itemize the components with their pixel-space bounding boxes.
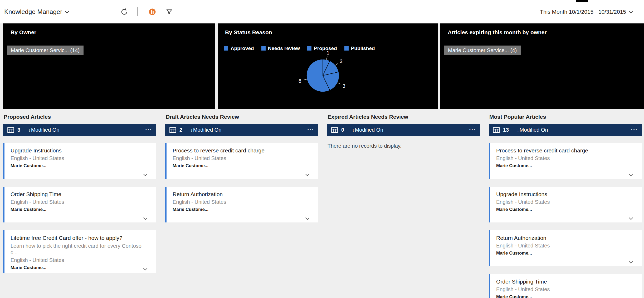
- legend-swatch: [224, 46, 228, 51]
- stream-title: Expired Articles Needs Review: [328, 114, 480, 120]
- chevron-down-icon[interactable]: [305, 172, 310, 176]
- screen-edge-artifact: [576, 0, 588, 2]
- chart-view-button[interactable]: [147, 7, 158, 17]
- record-count: 3: [17, 127, 20, 133]
- stream-title: Draft Articles Needs Review: [166, 114, 318, 120]
- article-card[interactable]: Process to reverse credit card charge En…: [489, 143, 642, 179]
- stream-draft-articles: Draft Articles Needs Review 2 ↓ Modified…: [165, 109, 318, 298]
- chevron-down-icon[interactable]: [143, 216, 148, 220]
- stream-header-bar[interactable]: 2 ↓ Modified On ...: [165, 124, 318, 136]
- stream-header-bar[interactable]: 13 ↓ Modified On ...: [489, 124, 642, 136]
- chevron-down-icon: [629, 9, 633, 13]
- status-reason-pie-chart[interactable]: 1238: [286, 48, 360, 105]
- chevron-down-icon[interactable]: [629, 260, 633, 264]
- stream-title: Most Popular Articles: [489, 114, 642, 120]
- article-title: Process to reverse credit card charge: [496, 147, 636, 154]
- bar-chart-icon: [148, 8, 156, 16]
- svg-text:2: 2: [340, 58, 343, 64]
- article-title: Return Authorization: [496, 235, 636, 241]
- legend-label: Approved: [231, 46, 254, 51]
- date-range-label: This Month 10/1/2015 - 10/31/2015: [540, 9, 626, 15]
- article-owner: Marie Custome...: [11, 163, 150, 168]
- legend-swatch: [261, 46, 266, 51]
- stream-expired-articles: Expired Articles Needs Review 0 ↓ Modifi…: [327, 109, 480, 298]
- sort-control[interactable]: ↓ Modified On: [28, 127, 59, 133]
- chevron-down-icon: [65, 9, 69, 13]
- record-count: 2: [179, 127, 182, 133]
- sort-control[interactable]: ↓ Modified On: [352, 127, 383, 133]
- article-language: English - United States: [11, 199, 150, 205]
- article-title: Order Shipping Time: [11, 191, 150, 198]
- sort-label: Modified On: [193, 127, 222, 133]
- article-owner: Marie Custome...: [11, 265, 150, 270]
- article-owner: Marie Custome...: [11, 207, 150, 212]
- article-title: Order Shipping Time: [496, 278, 636, 285]
- owner-tag-cloud-item[interactable]: Marie Customer Service... (4): [444, 46, 521, 55]
- svg-text:1: 1: [327, 50, 330, 56]
- sort-label: Modified On: [520, 127, 548, 133]
- panel-title: By Owner: [11, 29, 36, 36]
- article-language: English - United States: [11, 257, 150, 263]
- article-language: English - United States: [496, 199, 636, 205]
- charts-row: By Owner Marie Customer Servic... (14) B…: [0, 23, 644, 109]
- more-options-button[interactable]: ...: [145, 127, 152, 130]
- record-count: 0: [341, 127, 344, 133]
- chevron-down-icon[interactable]: [629, 172, 633, 176]
- svg-text:3: 3: [343, 83, 345, 89]
- article-card[interactable]: Return Authorization English - United St…: [165, 187, 318, 222]
- more-options-button[interactable]: ...: [469, 127, 476, 130]
- record-count: 13: [503, 127, 509, 133]
- article-card[interactable]: Lifetime free Credit Card offer - how to…: [3, 230, 156, 273]
- pie-chart-svg: 1238: [286, 48, 360, 105]
- sort-descending-icon: ↓: [517, 127, 519, 133]
- page-title: Knowledge Manager: [4, 8, 62, 16]
- stream-proposed-articles: Proposed Articles 3 ↓ Modified On ... Up…: [3, 109, 156, 298]
- article-card[interactable]: Order Shipping Time English - United Sta…: [489, 274, 642, 298]
- article-card[interactable]: Upgrade Instructions English - United St…: [3, 143, 156, 179]
- top-command-bar: Knowledge Manager This Mo: [0, 0, 644, 23]
- panel-title: Articles expiring this month by owner: [448, 29, 547, 36]
- sort-descending-icon: ↓: [28, 127, 31, 133]
- article-card[interactable]: Upgrade Instructions English - United St…: [489, 187, 642, 222]
- dashboard-screen: Knowledge Manager This Mo: [0, 0, 644, 298]
- article-owner: Marie Custome...: [496, 251, 636, 256]
- stream-header-bar[interactable]: 3 ↓ Modified On ...: [3, 124, 156, 136]
- panel-by-status-reason: By Status Reason Approved Needs review P…: [218, 23, 438, 109]
- sort-label: Modified On: [355, 127, 383, 133]
- article-owner: Marie Custome...: [496, 294, 636, 298]
- dashboard-selector[interactable]: Knowledge Manager: [4, 8, 69, 16]
- owner-tag-cloud-item[interactable]: Marie Customer Servic... (14): [7, 46, 84, 55]
- sort-control[interactable]: ↓ Modified On: [517, 127, 548, 133]
- article-title: Upgrade Instructions: [11, 147, 150, 154]
- chevron-down-icon[interactable]: [143, 172, 148, 176]
- more-options-button[interactable]: ...: [631, 127, 638, 130]
- article-title: Lifetime free Credit Card offer - how to…: [11, 235, 150, 241]
- filter-funnel-icon: [165, 8, 173, 16]
- filter-button[interactable]: [164, 7, 174, 17]
- toolbar-divider: [534, 7, 534, 16]
- article-card[interactable]: Process to reverse credit card charge En…: [165, 143, 318, 179]
- card-list: Process to reverse credit card charge En…: [489, 143, 642, 298]
- article-title: Return Authorization: [173, 191, 312, 198]
- panel-title: By Status Reason: [225, 29, 272, 36]
- date-range-area: This Month 10/1/2015 - 10/31/2015: [534, 7, 632, 16]
- date-range-filter[interactable]: This Month 10/1/2015 - 10/31/2015: [540, 9, 632, 15]
- grid-icon: [169, 127, 176, 133]
- chevron-down-icon[interactable]: [305, 216, 310, 220]
- article-card[interactable]: Order Shipping Time English - United Sta…: [3, 187, 156, 222]
- legend-item-approved[interactable]: Approved: [224, 46, 254, 51]
- more-options-button[interactable]: ...: [307, 127, 314, 130]
- panel-expiring-by-owner: Articles expiring this month by owner Ma…: [440, 23, 644, 109]
- refresh-icon: [120, 8, 129, 16]
- sort-control[interactable]: ↓ Modified On: [190, 127, 221, 133]
- article-language: English - United States: [11, 155, 150, 161]
- refresh-button[interactable]: [119, 7, 130, 17]
- article-title: Upgrade Instructions: [496, 191, 636, 198]
- stream-header-bar[interactable]: 0 ↓ Modified On ...: [327, 124, 480, 136]
- chevron-down-icon[interactable]: [629, 216, 633, 220]
- article-card[interactable]: Return Authorization English - United St…: [489, 230, 642, 266]
- stream-most-popular-articles: Most Popular Articles 13 ↓ Modified On .…: [489, 109, 642, 298]
- article-language: English - United States: [496, 243, 636, 249]
- card-list: Upgrade Instructions English - United St…: [3, 143, 156, 273]
- article-title: Process to reverse credit card charge: [173, 147, 312, 154]
